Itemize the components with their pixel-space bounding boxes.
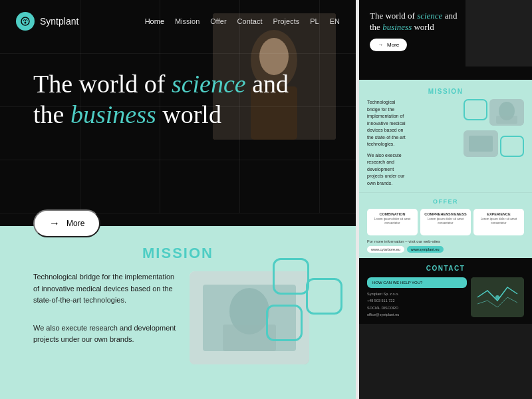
hero-title-part3: the: [33, 100, 70, 128]
svg-point-1: [25, 22, 27, 24]
preview-contact-form: HOW CAN WE HELP YOU?: [367, 277, 467, 288]
preview-contact-title: CONTACT: [367, 265, 524, 272]
preview-offer-cards: COMBINATION Lorem ipsum dolor sit amet c…: [367, 209, 524, 235]
preview-mission-texts: Technological bridge for the implementat…: [367, 99, 444, 187]
deco-square-3: [266, 305, 303, 341]
main-panel: Syntplant Home Mission Offer Contact Pro…: [0, 0, 356, 399]
offer-card-2-text: Lorem ipsum dolor sit amet consectetur: [423, 217, 468, 226]
mission-text-2: We also execute research and development…: [33, 323, 176, 346]
preview-mission-row: Technological bridge for the implementat…: [367, 99, 524, 187]
preview-deco-group: [464, 99, 524, 126]
nav-offer[interactable]: Offer: [210, 17, 226, 25]
preview-offer: OFFER COMBINATION Lorem ipsum dolor sit …: [359, 192, 532, 258]
preview-more-btn[interactable]: → More: [370, 39, 407, 51]
deco-square-2: [306, 278, 342, 315]
preview-sq-2: [500, 136, 524, 157]
hero-title-part4: world: [156, 100, 221, 128]
nav-home[interactable]: Home: [145, 17, 164, 25]
svg-rect-12: [496, 116, 517, 124]
preview-contact-map: [471, 277, 524, 317]
nav-projects[interactable]: Projects: [273, 17, 300, 25]
preview-mission-imgs: [448, 99, 524, 157]
preview-arrow-icon: →: [378, 42, 383, 48]
mission-section: MISSION Technological bridge for the imp…: [0, 226, 356, 399]
ph-part2: and: [442, 11, 457, 21]
svg-rect-14: [469, 136, 493, 152]
contact-address-label: Syntplant Sp. z o.o.: [367, 291, 467, 297]
preview-contact: CONTACT HOW CAN WE HELP YOU? Syntplant S…: [359, 258, 532, 324]
nav-links: Home Mission Offer Contact Projects PL E…: [145, 17, 340, 25]
preview-hero: The world of science and the business wo…: [359, 0, 532, 80]
offer-card-3-title: EXPERIENCE: [476, 212, 521, 216]
contact-social: SOCIAL DISCORD: [367, 305, 467, 311]
nav-mission[interactable]: Mission: [175, 17, 200, 25]
mission-content: Technological bridge for the implementat…: [33, 271, 323, 364]
preview-panel: The world of science and the business wo…: [359, 0, 532, 399]
preview-mission: MISSION Technological bridge for the imp…: [359, 80, 532, 192]
contact-phone: +48 503 511 722: [367, 298, 467, 303]
preview-mission-title: MISSION: [367, 88, 524, 95]
ph-part4: world: [412, 22, 434, 32]
preview-mission-img-2: [464, 130, 498, 157]
nav-contact[interactable]: Contact: [237, 17, 263, 25]
logo-text: Syntplant: [40, 16, 78, 27]
svg-point-16: [495, 295, 499, 299]
nav-en[interactable]: EN: [330, 17, 340, 25]
preview-contact-left: HOW CAN WE HELP YOU? Syntplant Sp. z o.o…: [367, 277, 467, 317]
hero-title: The world of science and the business wo…: [33, 69, 323, 130]
offer-link-label: For more information – visit our web-sit…: [367, 239, 524, 243]
hero-title-business: business: [70, 100, 156, 128]
preview-mission-text1: Technological bridge for the implementat…: [367, 99, 409, 148]
mission-text-1: Technological bridge for the implementat…: [33, 271, 176, 307]
hero-title-part1: The world of: [33, 70, 172, 98]
preview-offer-links: www.cytarbore.eu www.syntplant.eu: [367, 246, 524, 253]
offer-url-2[interactable]: www.syntplant.eu: [407, 246, 444, 253]
offer-card-3-text: Lorem ipsum dolor sit amet consectetur: [476, 217, 521, 226]
more-label: More: [66, 219, 84, 228]
offer-card-1-text: Lorem ipsum dolor sit amet consectetur: [370, 217, 415, 226]
preview-offer-title: OFFER: [367, 198, 524, 205]
preview-contact-row: HOW CAN WE HELP YOU? Syntplant Sp. z o.o…: [367, 277, 524, 317]
offer-card-2-title: COMPREHENSIVENESS: [423, 212, 468, 216]
ph-part1: The world of: [370, 11, 417, 21]
navbar: Syntplant Home Mission Offer Contact Pro…: [0, 0, 356, 43]
preview-sq-1: [464, 99, 487, 120]
offer-card-1-title: COMBINATION: [370, 212, 415, 216]
logo: Syntplant: [16, 12, 78, 31]
ph-science: science: [417, 11, 442, 21]
logo-icon: [16, 12, 35, 31]
offer-url-1[interactable]: www.cytarbore.eu: [367, 246, 404, 253]
more-button[interactable]: → More: [33, 209, 100, 237]
contact-email: office@syntplant.eu: [367, 312, 467, 317]
preview-mission-img-1: [489, 99, 524, 126]
ph-business: business: [382, 22, 412, 32]
preview-contact-info: Syntplant Sp. z o.o. +48 503 511 722 SOC…: [367, 291, 467, 317]
preview-mission-text2: We also execute research and development…: [367, 152, 409, 188]
offer-card-3: EXPERIENCE Lorem ipsum dolor sit amet co…: [473, 209, 524, 235]
ph-part3: the: [370, 22, 382, 32]
preview-hero-title: The world of science and the business wo…: [370, 11, 521, 33]
nav-pl[interactable]: PL: [310, 17, 319, 25]
preview-hero-bg: [466, 0, 532, 66]
hero-title-part2: and: [246, 70, 289, 98]
mission-text-area: Technological bridge for the implementat…: [33, 271, 176, 346]
offer-card-1: COMBINATION Lorem ipsum dolor sit amet c…: [367, 209, 418, 235]
deco-square-1: [273, 258, 309, 295]
hero-section: The world of science and the business wo…: [0, 43, 356, 257]
offer-card-2: COMPREHENSIVENESS Lorem ipsum dolor sit …: [420, 209, 471, 235]
offer-links-area: For more information – visit our web-sit…: [367, 239, 524, 253]
hero-title-science: science: [172, 70, 246, 98]
preview-deco-group-2: [464, 130, 524, 157]
preview-more-label: More: [387, 42, 399, 48]
arrow-icon: →: [49, 217, 60, 229]
contact-how-label: HOW CAN WE HELP YOU?: [372, 281, 462, 285]
